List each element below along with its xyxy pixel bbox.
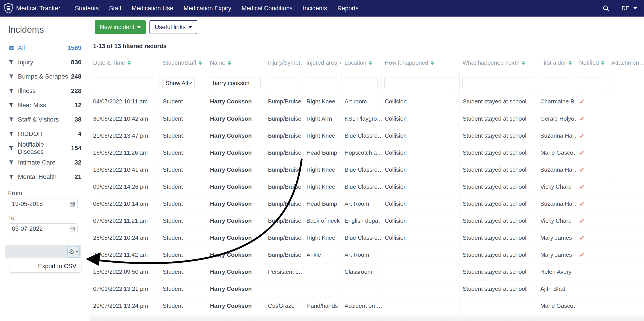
- table-row[interactable]: 07/01/2022 13:21 pmStudentHarry CooksonS…: [90, 280, 644, 297]
- funnel-icon: [8, 160, 18, 166]
- col-header-first-aider[interactable]: First aider: [537, 53, 576, 73]
- cell-injury-sympt: Bump/Bruise: [265, 110, 303, 127]
- nav-item-medical-conditions[interactable]: Medical Conditions: [236, 5, 298, 12]
- table-row[interactable]: 24/05/2022 11:42 amStudentHarry CooksonB…: [90, 246, 644, 263]
- filter-input-injury-sympt[interactable]: [268, 77, 299, 89]
- col-header-injury-sympt[interactable]: Injury/Sympt…: [265, 53, 303, 73]
- filter-input-name[interactable]: [210, 77, 261, 89]
- nav-item-staff[interactable]: Staff: [104, 5, 126, 12]
- sidebar: Incidents All1569Injury836Bumps & Scrape…: [0, 16, 90, 321]
- table-row[interactable]: 04/07/2022 10:11 amStudentHarry CooksonB…: [90, 93, 644, 110]
- table-row[interactable]: 26/05/2022 10:24 amStudentHarry CooksonB…: [90, 229, 644, 246]
- nav-item-medication-use[interactable]: Medication Use: [126, 5, 178, 12]
- funnel-icon: [8, 131, 18, 137]
- cell-injury-sympt: [265, 280, 303, 297]
- sidebar-item-all[interactable]: All1569: [8, 41, 82, 55]
- cell-what-happened-next: Student stayed at school: [460, 161, 537, 178]
- filter-cell-injured-area: [303, 73, 341, 93]
- sidebar-item-intimate-care[interactable]: Intimate Care32: [8, 155, 82, 170]
- sort-arrows-icon: [522, 61, 525, 65]
- cell-notified: ✓: [576, 127, 608, 144]
- sort-arrows-icon: [340, 61, 341, 65]
- sidebar-item-label: Mental Health: [18, 173, 56, 180]
- col-header-attachmen: Attachmen…: [608, 53, 644, 73]
- table-row[interactable]: 29/07/2021 13:24 pmStudentHarry CooksonC…: [90, 297, 644, 314]
- sidebar-item-near-miss[interactable]: Near Miss12: [8, 98, 82, 112]
- notified-check-icon: ✓: [579, 217, 585, 224]
- col-header-location[interactable]: Location: [341, 53, 382, 73]
- to-date-value[interactable]: 05-07-2022: [8, 224, 67, 234]
- nav-item-students[interactable]: Students: [70, 5, 104, 12]
- nav-item-medication-expiry[interactable]: Medication Expiry: [178, 5, 236, 12]
- sidebar-item-mental-health[interactable]: Mental Health21: [8, 170, 82, 184]
- sidebar-item-staff-visitors[interactable]: Staff & Visitors38: [8, 112, 82, 127]
- col-header-date-time[interactable]: Date & Time: [90, 53, 160, 73]
- col-header-what-happened-next[interactable]: What happened next?: [460, 53, 537, 73]
- search-icon[interactable]: [601, 3, 611, 13]
- settings-dropdown-button[interactable]: ⚙: [67, 246, 80, 258]
- filter-input-location[interactable]: [344, 77, 378, 89]
- notified-check-icon: ✓: [579, 149, 585, 156]
- nav-item-wrap: Reports: [332, 5, 364, 12]
- cell-first-aider: Gerald Holyo…: [537, 110, 576, 127]
- from-date-field[interactable]: 19-05-2015: [8, 198, 78, 209]
- sidebar-item-label: Bumps & Scrapes: [18, 73, 68, 80]
- cell-notified: [576, 297, 608, 314]
- table-row[interactable]: 21/06/2022 13:47 pmStudentHarry CooksonB…: [90, 127, 644, 144]
- filter-input-date-time[interactable]: [93, 77, 155, 89]
- filter-select-student-staff[interactable]: Show All: [162, 77, 195, 89]
- table-row[interactable]: 09/06/2022 14:26 pmStudentHarry CooksonB…: [90, 178, 644, 195]
- user-avatar[interactable]: DE: [620, 3, 630, 14]
- sidebar-item-riddor[interactable]: RIDDOR4: [8, 127, 82, 141]
- nav-item-reports[interactable]: Reports: [332, 5, 364, 12]
- table-row[interactable]: 08/06/2022 10:14 amStudentHarry CooksonB…: [90, 195, 644, 212]
- cell-injured-area: [303, 280, 341, 297]
- table-row[interactable]: 13/06/2022 10:41 amStudentHarry CooksonB…: [90, 161, 644, 178]
- table-row[interactable]: 16/06/2022 11:26 amStudentHarry CooksonB…: [90, 144, 644, 161]
- col-header-how-it-happened[interactable]: How it happened: [382, 53, 460, 73]
- sidebar-item-notifiable-diseases[interactable]: Notifiable Diseases154: [8, 141, 82, 155]
- sort-arrows-icon: [368, 61, 372, 65]
- calendar-icon[interactable]: [67, 224, 78, 234]
- col-header-student-staff[interactable]: Student/Staff: [160, 53, 207, 73]
- filter-input-first-aider[interactable]: [540, 77, 572, 89]
- filter-input-notified[interactable]: [579, 77, 604, 89]
- cell-student-staff: Student: [160, 195, 207, 212]
- cell-location: Art Room: [341, 246, 382, 263]
- sidebar-item-illness[interactable]: Illness228: [8, 84, 82, 98]
- sort-down-icon: [198, 63, 202, 65]
- col-header-injured-area[interactable]: Injured area: [303, 53, 341, 73]
- export-to-csv-menu-item[interactable]: Export to CSV: [10, 260, 82, 273]
- brand-title[interactable]: Medical Tracker: [16, 5, 60, 12]
- filter-input-what-happened-next[interactable]: [462, 77, 533, 89]
- col-header-label: How it happened: [385, 59, 428, 66]
- filter-input-how-it-happened[interactable]: [384, 77, 455, 89]
- sidebar-item-injury[interactable]: Injury836: [8, 55, 82, 70]
- cell-name: Harry Cookson: [207, 229, 265, 246]
- filter-input-injured-area[interactable]: [306, 77, 337, 89]
- sort-down-icon: [522, 63, 525, 65]
- cell-date-time: 04/07/2022 10:11 am: [90, 93, 160, 110]
- cell-name: Harry Cookson: [207, 144, 265, 161]
- new-incident-button[interactable]: New incident: [95, 20, 146, 34]
- cell-first-aider: Helen Avery: [537, 263, 576, 280]
- table-row[interactable]: 15/03/2022 09:50 amStudentHarry CooksonP…: [90, 263, 644, 280]
- cell-first-aider: Mary James: [537, 246, 576, 263]
- col-header-notified[interactable]: Notified: [576, 53, 608, 73]
- user-menu-caret-icon[interactable]: [633, 7, 637, 10]
- table-row[interactable]: 07/06/2022 11:21 amStudentHarry CooksonB…: [90, 212, 644, 229]
- to-date-field[interactable]: 05-07-2022: [8, 224, 78, 234]
- funnel-icon: [8, 174, 18, 180]
- useful-links-button[interactable]: Useful links: [150, 20, 197, 34]
- cell-attachments: [608, 246, 644, 263]
- from-date-value[interactable]: 19-05-2015: [8, 199, 67, 209]
- table-row[interactable]: 30/06/2022 10:42 amStudentHarry CooksonB…: [90, 110, 644, 127]
- col-header-name[interactable]: Name: [207, 53, 265, 73]
- main-content: New incident Useful links 1-13 of 13 fil…: [90, 16, 644, 321]
- notified-check-icon: ✓: [579, 132, 585, 140]
- nav-item-wrap: Medication Expiry: [178, 5, 236, 12]
- calendar-icon[interactable]: [67, 199, 78, 209]
- sidebar-item-bumps-scrapes[interactable]: Bumps & Scrapes248: [8, 70, 82, 84]
- nav-item-incidents[interactable]: Incidents: [298, 5, 332, 12]
- cell-how-it-happened: Collision: [382, 127, 460, 144]
